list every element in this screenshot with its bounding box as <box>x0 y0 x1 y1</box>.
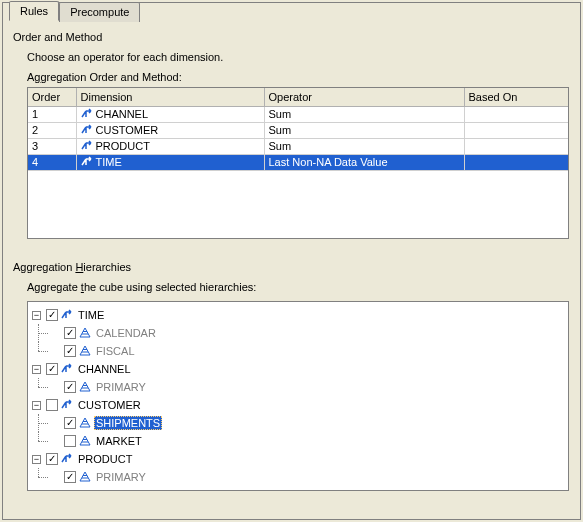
table-row[interactable]: 1 CHANNEL Sum <box>28 106 568 122</box>
cell-dimension: CUSTOMER <box>76 122 264 138</box>
order-method-instruction: Choose an operator for each dimension. <box>27 51 570 63</box>
cell-operator: Sum <box>264 106 464 122</box>
node-time[interactable]: TIME <box>76 308 106 322</box>
col-dimension[interactable]: Dimension <box>76 88 264 106</box>
dimension-icon <box>81 140 93 152</box>
dimension-icon <box>81 156 93 168</box>
checkbox-channel[interactable] <box>46 363 58 375</box>
dimension-icon <box>81 124 93 136</box>
cell-based-on <box>464 122 568 138</box>
dimension-icon <box>61 453 73 465</box>
checkbox-calendar[interactable] <box>64 327 76 339</box>
order-method-title: Order and Method <box>13 31 570 43</box>
tab-rules[interactable]: Rules <box>9 1 59 21</box>
cell-based-on <box>464 154 568 170</box>
node-customer[interactable]: CUSTOMER <box>76 398 143 412</box>
cell-dimension: CHANNEL <box>76 106 264 122</box>
cell-dimension: PRODUCT <box>76 138 264 154</box>
node-channel[interactable]: CHANNEL <box>76 362 133 376</box>
checkbox-market[interactable] <box>64 435 76 447</box>
expander-icon[interactable]: − <box>32 365 41 374</box>
hierarchy-icon <box>79 417 91 429</box>
dimension-icon <box>61 309 73 321</box>
dimension-icon <box>81 108 93 120</box>
cell-operator: Sum <box>264 122 464 138</box>
cell-based-on <box>464 138 568 154</box>
dimension-icon <box>61 399 73 411</box>
node-fiscal[interactable]: FISCAL <box>94 344 137 358</box>
hierarchy-icon <box>79 381 91 393</box>
cell-operator: Last Non-NA Data Value <box>264 154 464 170</box>
dimension-icon <box>61 363 73 375</box>
table-row[interactable]: 2 CUSTOMER Sum <box>28 122 568 138</box>
hierarchy-icon <box>79 327 91 339</box>
hierarchies-title: Aggregation Hierarchies <box>13 261 570 273</box>
tab-precompute[interactable]: Precompute <box>59 2 140 22</box>
table-row[interactable]: 3 PRODUCT Sum <box>28 138 568 154</box>
table-row[interactable]: 4 TIME Last Non-NA Data Value <box>28 154 568 170</box>
node-product[interactable]: PRODUCT <box>76 452 134 466</box>
cell-order: 1 <box>28 106 76 122</box>
node-calendar[interactable]: CALENDAR <box>94 326 158 340</box>
cell-based-on <box>464 106 568 122</box>
cell-order: 4 <box>28 154 76 170</box>
node-shipments[interactable]: SHIPMENTS <box>94 416 162 430</box>
checkbox-shipments[interactable] <box>64 417 76 429</box>
node-market[interactable]: MARKET <box>94 434 144 448</box>
node-product-primary[interactable]: PRIMARY <box>94 470 148 484</box>
checkbox-product[interactable] <box>46 453 58 465</box>
hierarchies-instruction: Aggregate the cube using selected hierar… <box>27 281 570 293</box>
cell-order: 3 <box>28 138 76 154</box>
cell-order: 2 <box>28 122 76 138</box>
checkbox-product-primary[interactable] <box>64 471 76 483</box>
hierarchy-icon <box>79 435 91 447</box>
col-order[interactable]: Order <box>28 88 76 106</box>
expander-icon[interactable]: − <box>32 401 41 410</box>
cell-operator: Sum <box>264 138 464 154</box>
hierarchy-icon <box>79 345 91 357</box>
node-channel-primary[interactable]: PRIMARY <box>94 380 148 394</box>
checkbox-time[interactable] <box>46 309 58 321</box>
col-operator[interactable]: Operator <box>264 88 464 106</box>
hierarchy-icon <box>79 471 91 483</box>
cell-dimension: TIME <box>76 154 264 170</box>
hierarchy-tree[interactable]: − TIME CALENDAR <box>27 301 569 491</box>
col-based-on[interactable]: Based On <box>464 88 568 106</box>
aggregation-table-label: Aggregation Order and Method: <box>27 71 570 83</box>
checkbox-channel-primary[interactable] <box>64 381 76 393</box>
aggregation-table[interactable]: Order Dimension Operator Based On 1 CHAN… <box>27 87 569 239</box>
expander-icon[interactable]: − <box>32 455 41 464</box>
checkbox-customer[interactable] <box>46 399 58 411</box>
expander-icon[interactable]: − <box>32 311 41 320</box>
checkbox-fiscal[interactable] <box>64 345 76 357</box>
